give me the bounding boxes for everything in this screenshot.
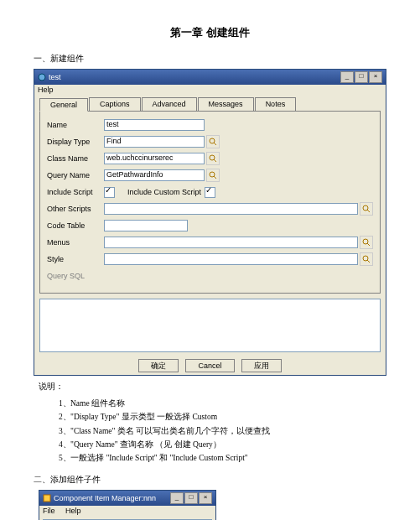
app-icon (38, 73, 46, 81)
menubar-2: File Help (39, 506, 215, 516)
chapter-title: 第一章 创建组件 (34, 25, 386, 40)
input-other-scripts[interactable] (104, 203, 358, 215)
lookup-menus-icon[interactable] (360, 236, 373, 249)
explain-1-list: 1、Name 组件名称 2、"Display Type" 显示类型 一般选择 C… (59, 398, 386, 464)
titlebar: test _ □ × (34, 70, 386, 85)
tab-strip: General Captions Advanced Messages Notes (34, 95, 386, 111)
menubar: Help (34, 85, 386, 95)
svg-point-0 (39, 74, 45, 81)
maximize-button[interactable]: □ (355, 71, 368, 83)
list-item: 1、Name 组件名称 (59, 398, 386, 409)
label-class-name: Class Name (47, 154, 104, 163)
input-code-table[interactable] (104, 220, 188, 231)
label-include-script: Include Script (47, 188, 104, 196)
ok-button[interactable]: 确定 (138, 359, 179, 372)
input-name[interactable]: test (104, 119, 205, 131)
svg-line-8 (367, 210, 370, 212)
svg-line-10 (367, 243, 370, 246)
minimize-button[interactable]: _ (170, 492, 184, 504)
input-class-name[interactable]: web.uchccinurserec (104, 153, 205, 164)
label-name: Name (47, 121, 104, 129)
tab-captions[interactable]: Captions (89, 97, 141, 111)
button-row: 确定 Cancel 应用 (34, 357, 386, 375)
lookup-other-scripts-icon[interactable] (360, 202, 373, 216)
cancel-button[interactable]: Cancel (185, 359, 234, 372)
menu-help[interactable]: Help (65, 507, 81, 515)
minimize-button[interactable]: _ (340, 71, 354, 83)
label-include-custom-script: Include Custom Script (127, 188, 201, 196)
svg-line-2 (214, 143, 216, 145)
textarea-query-sql[interactable] (39, 299, 381, 352)
input-menus[interactable] (104, 237, 358, 248)
window-title-2: Component Item Manager:nnn (54, 494, 156, 502)
section-2-title: 二、添加组件子件 (34, 474, 386, 486)
list-item: 5、一般选择 "Include Script" 和 "Include Custo… (59, 452, 386, 464)
list-item: 2、"Display Type" 显示类型 一般选择 Custom (59, 411, 386, 423)
lookup-class-name-icon[interactable] (206, 152, 220, 165)
label-display-type: Display Type (47, 138, 104, 146)
lookup-query-name-icon[interactable] (206, 169, 220, 182)
window-item-manager: Component Item Manager:nnn _ □ × File He… (39, 490, 216, 520)
tab-advanced[interactable]: Advanced (142, 97, 197, 111)
label-query-sql: Query SQL (47, 272, 104, 280)
tab-notes[interactable]: Notes (255, 97, 297, 111)
checkbox-include-custom-script[interactable] (205, 187, 215, 198)
menu-file[interactable]: File (43, 507, 55, 515)
maximize-button[interactable]: □ (184, 492, 198, 504)
window-title: test (49, 73, 61, 81)
form-pane: Name test Display Type Find Class Name w… (39, 111, 381, 294)
label-style: Style (47, 255, 104, 263)
app-icon (43, 494, 51, 502)
svg-line-4 (214, 159, 216, 162)
label-other-scripts: Other Scripts (47, 205, 104, 213)
explain-1-label: 说明： (39, 381, 386, 393)
section-1-title: 一、新建组件 (34, 53, 386, 65)
label-code-table: Code Table (47, 221, 104, 230)
input-query-name[interactable]: GetPathwardInfo (104, 169, 205, 181)
list-item: 4、"Query Name" 查询名称 （见 创建 Query） (59, 439, 386, 450)
input-display-type[interactable]: Find (104, 136, 205, 148)
list-item: 3、"Class Name" 类名 可以写出类名前几个字符，以便查找 (59, 425, 386, 437)
label-menus: Menus (47, 238, 104, 247)
close-button[interactable]: × (369, 71, 382, 83)
apply-button[interactable]: 应用 (241, 359, 282, 372)
tab-messages[interactable]: Messages (198, 97, 254, 111)
svg-line-6 (214, 176, 216, 179)
close-button[interactable]: × (199, 492, 212, 504)
svg-line-12 (367, 260, 370, 263)
checkbox-include-script[interactable] (104, 187, 115, 198)
titlebar-2: Component Item Manager:nnn _ □ × (39, 491, 215, 506)
label-query-name: Query Name (47, 171, 104, 179)
menu-help[interactable]: Help (38, 86, 54, 94)
window-component-editor: test _ □ × Help General Captions Advance… (34, 69, 386, 376)
svg-rect-13 (44, 495, 50, 502)
tab-general[interactable]: General (39, 98, 88, 112)
lookup-style-icon[interactable] (360, 252, 373, 266)
input-style[interactable] (104, 253, 358, 265)
lookup-display-type-icon[interactable] (206, 135, 220, 148)
